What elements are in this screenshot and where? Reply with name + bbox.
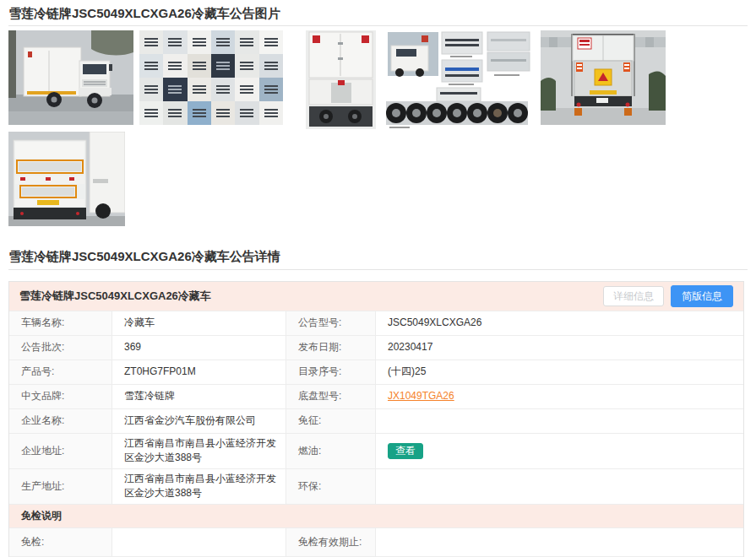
table-row: 中文品牌: 雪莲冷链牌 底盘型号: JX1049TGA26 <box>9 384 743 408</box>
field-value: 369 <box>111 336 286 360</box>
field-label: 免征: <box>286 409 375 433</box>
field-value <box>375 409 743 433</box>
panel-title: 雪莲冷链牌JSC5049XLCXGA26冷藏车 <box>19 289 211 304</box>
table-row: 企业地址: 江西省南昌市南昌县小蓝经济开发区金沙大道388号 燃油: 查看 <box>9 433 743 468</box>
field-value: 冷藏车 <box>111 311 286 335</box>
exemption-section-header: 免检说明 <box>9 504 743 527</box>
refrigeration-unit-collage-photo[interactable] <box>139 30 283 125</box>
refrigeration-unit-collage-image <box>139 30 283 125</box>
field-value: (十四)25 <box>375 360 743 384</box>
table-row: 车辆名称: 冷藏车 公告型号: JSC5049XLCXGA26 <box>9 311 743 335</box>
field-value: JSC5049XLCXGA26 <box>375 311 743 335</box>
details-section-title: 雪莲冷链牌JSC5049XLCXGA26冷藏车公告详情 <box>8 250 748 270</box>
field-value <box>111 528 286 556</box>
field-label: 公告批次: <box>9 336 111 360</box>
table-row: 生产地址: 江西省南昌市南昌县小蓝经济开发区金沙大道388号 环保: <box>9 468 743 504</box>
table-row: 公告批次: 369 发布日期: 20230417 <box>9 335 743 360</box>
field-value: JX1049TGA26 <box>375 385 743 408</box>
field-label: 产品号: <box>9 360 111 384</box>
cab-grille-wheels-collage-photo[interactable] <box>383 30 532 129</box>
field-label: 中文品牌: <box>9 385 111 408</box>
field-value: 江西省金沙汽车股份有限公司 <box>111 409 286 433</box>
rear-doors-photo[interactable] <box>306 30 376 129</box>
field-value: 江西省南昌市南昌县小蓝经济开发区金沙大道388号 <box>111 469 286 504</box>
table-row: 免检: 免检有效期止: <box>9 527 743 556</box>
panel-header: 雪莲冷链牌JSC5049XLCXGA26冷藏车 详细信息 简版信息 <box>9 282 743 311</box>
field-label: 公告型号: <box>286 311 375 335</box>
field-value: 20230417 <box>375 336 743 360</box>
rear-guard-closeup-image <box>8 132 125 226</box>
rear-guard-closeup-photo[interactable] <box>8 132 125 226</box>
panel-header-actions: 详细信息 简版信息 <box>603 285 733 307</box>
field-value: 查看 <box>375 434 743 468</box>
table-row: 企业名称: 江西省金沙汽车股份有限公司 免征: <box>9 408 743 433</box>
cab-grille-wheels-collage-image <box>383 30 532 129</box>
field-label: 生产地址: <box>9 469 111 504</box>
rear-doors-image <box>306 30 376 129</box>
field-label: 企业名称: <box>9 409 111 433</box>
field-label: 企业地址: <box>9 434 111 468</box>
field-label: 车辆名称: <box>9 311 111 335</box>
announcement-details-panel: 雪莲冷链牌JSC5049XLCXGA26冷藏车 详细信息 简版信息 车辆名称: … <box>8 281 744 557</box>
fuel-view-button[interactable]: 查看 <box>388 443 423 459</box>
field-label: 燃油: <box>286 434 375 468</box>
chassis-model-link[interactable]: JX1049TGA26 <box>388 389 454 403</box>
field-value: 江西省南昌市南昌县小蓝经济开发区金沙大道388号 <box>111 434 286 468</box>
table-row: 产品号: ZT0HG7FP01M 目录序号: (十四)25 <box>9 360 743 384</box>
field-label: 目录序号: <box>286 360 375 384</box>
field-value <box>375 528 743 556</box>
field-label: 免检: <box>9 528 111 556</box>
truck-rear-view-photo[interactable] <box>541 30 666 125</box>
field-label: 底盘型号: <box>286 385 375 408</box>
field-value: 雪莲冷链牌 <box>111 385 286 408</box>
field-label: 环保: <box>286 469 375 504</box>
truck-front-quarter-image <box>8 30 133 125</box>
truck-rear-view-image <box>541 30 666 125</box>
photo-gallery <box>8 30 748 226</box>
field-value <box>375 469 743 504</box>
images-section-title: 雪莲冷链牌JSC5049XLCXGA26冷藏车公告图片 <box>8 0 748 26</box>
detailed-info-button[interactable]: 详细信息 <box>603 286 664 306</box>
field-label: 免检有效期止: <box>286 528 375 556</box>
truck-front-quarter-photo[interactable] <box>8 30 133 125</box>
field-value: ZT0HG7FP01M <box>111 360 286 384</box>
simple-info-button[interactable]: 简版信息 <box>671 285 733 307</box>
field-label: 发布日期: <box>286 336 375 360</box>
